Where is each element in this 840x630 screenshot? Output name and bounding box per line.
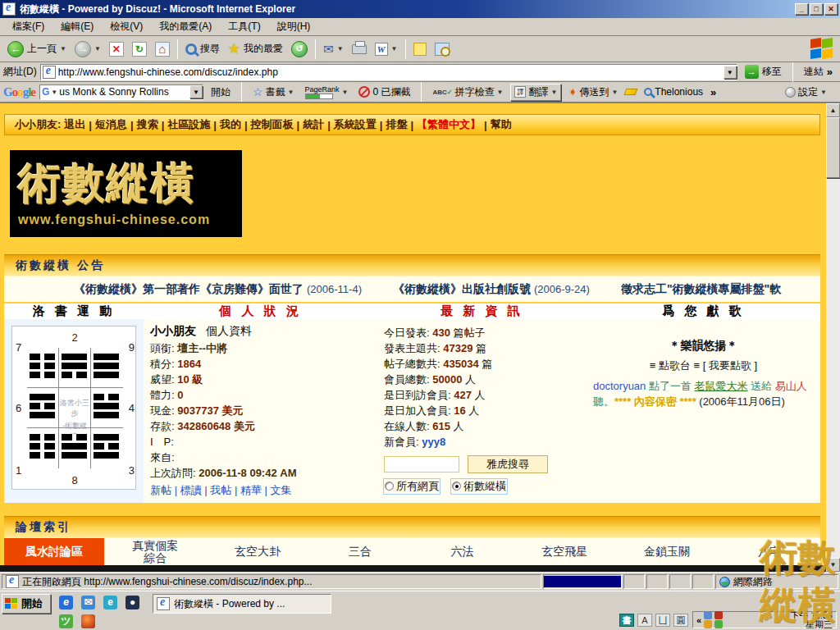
quick-launch-globe-icon[interactable]: ●: [126, 596, 139, 609]
favorites-button[interactable]: ★ 我的最愛: [224, 39, 287, 59]
scroll-down-icon[interactable]: ▼: [826, 558, 840, 572]
nav-help[interactable]: 幫助: [491, 117, 512, 132]
announcement-item[interactable]: 《術數縱橫》出版社創版號(2006-9-24): [393, 282, 590, 297]
highlighter-icon[interactable]: [624, 89, 638, 95]
tray-app-icon-blue[interactable]: [704, 611, 712, 619]
pagerank-indicator[interactable]: PageRank ▼: [302, 84, 352, 100]
radio-this-site[interactable]: 術數縱橫: [451, 479, 507, 494]
mail-button[interactable]: ✉ ▼: [319, 40, 348, 58]
yahoo-search-button[interactable]: 雅虎搜尋: [468, 455, 548, 473]
address-dropdown-icon[interactable]: ▼: [724, 66, 737, 79]
tab-liufa[interactable]: 六法: [411, 538, 514, 565]
nav-mine[interactable]: 我的: [220, 117, 241, 132]
tab-jinsuo-yuguan[interactable]: 金鎖玉關: [616, 538, 719, 565]
google-settings-button[interactable]: 設定 ▼: [782, 84, 830, 100]
dedicator-name[interactable]: doctoryuan: [593, 380, 646, 392]
link-collection[interactable]: 文集: [271, 484, 292, 496]
tab-bazhai[interactable]: 八宅: [718, 538, 820, 565]
taskbar-window-button[interactable]: 術數縱橫 - Powered by ...: [153, 594, 331, 614]
link-my-posts[interactable]: 我帖: [210, 484, 231, 496]
menu-help[interactable]: 說明(H): [270, 18, 318, 35]
tray-messenger-icon[interactable]: [714, 620, 723, 628]
quick-launch-messenger-icon[interactable]: ツ: [59, 614, 73, 628]
scrollbar-thumb[interactable]: [826, 117, 840, 178]
forward-button[interactable]: → ▼: [71, 39, 105, 59]
back-button[interactable]: ← 上一頁 ▼: [3, 39, 71, 59]
google-query-text[interactable]: us Monk & Sonny Rollins: [59, 86, 188, 98]
vertical-scrollbar[interactable]: ▲ ▼: [826, 103, 840, 572]
edit-with-word-button[interactable]: W ▼: [371, 41, 402, 57]
menu-tools[interactable]: 工具(T): [221, 18, 267, 35]
translate-button[interactable]: 譯 翻譯 ▼: [510, 84, 561, 101]
googlebar-overflow-chevron[interactable]: »: [710, 86, 716, 98]
menu-edit[interactable]: 編輯(E): [53, 18, 101, 35]
nav-search[interactable]: 搜索: [137, 117, 158, 132]
ime-language-icon[interactable]: 書: [619, 614, 634, 627]
tab-xuankong-dagua[interactable]: 玄空大卦: [207, 538, 309, 565]
tray-app-icon-red[interactable]: [714, 611, 723, 619]
back-dropdown-icon[interactable]: ▼: [60, 45, 66, 52]
notes-button[interactable]: [409, 41, 431, 57]
popup-blocked-button[interactable]: 0 已攔截: [355, 84, 413, 100]
google-search-input[interactable]: G ▼ us Monk & Sonny Rollins ▼: [39, 84, 203, 100]
announcement-item[interactable]: 徵求志工"術數縱橫專屬排盤"軟: [621, 282, 781, 297]
tab-sanhe[interactable]: 三合: [308, 538, 411, 565]
ime-keyboard-icon[interactable]: A: [637, 614, 652, 627]
research-button[interactable]: [431, 41, 454, 57]
tab-fengshui-forum[interactable]: 風水討論區: [4, 538, 104, 565]
menu-favorites[interactable]: 我的最愛(A): [152, 18, 219, 35]
nav-stats[interactable]: 統計: [303, 117, 324, 132]
nav-language-traditional[interactable]: 【繁體中文】: [417, 117, 481, 132]
announcement-item[interactable]: 《術數縱橫》第一部著作《京房難傳》面世了(2006-11-4): [74, 282, 362, 297]
refresh-button[interactable]: ↻: [128, 40, 151, 58]
start-button[interactable]: 開始: [2, 594, 51, 614]
profile-link[interactable]: 個人資料: [206, 324, 252, 337]
nav-community[interactable]: 社區設施: [167, 117, 210, 132]
radio-all-web[interactable]: 所有網頁: [384, 479, 440, 494]
nav-paipan[interactable]: 排盤: [386, 117, 407, 132]
ime-shape-icon[interactable]: 凵: [655, 614, 670, 627]
tab-xuankong-feixing[interactable]: 玄空飛星: [514, 538, 616, 565]
links-button[interactable]: 連結 »: [800, 63, 837, 80]
menu-view[interactable]: 檢視(V): [103, 18, 150, 35]
link-new-posts[interactable]: 新帖: [150, 484, 171, 496]
minimize-button[interactable]: _: [795, 3, 808, 15]
quick-launch-mail-icon[interactable]: ✉: [81, 596, 95, 609]
maximize-button[interactable]: □: [810, 3, 823, 15]
tab-real-cases[interactable]: 真實個案綜合: [104, 538, 207, 565]
quick-launch-ie-icon[interactable]: e: [59, 596, 73, 609]
send-to-button[interactable]: ➧ 傳送到 ▼: [565, 84, 621, 100]
quick-launch-browser-icon[interactable]: e: [103, 596, 117, 609]
translate-dropdown-icon[interactable]: ▼: [550, 89, 557, 96]
google-search-mode-dropdown[interactable]: ▼: [51, 89, 57, 96]
mail-dropdown-icon[interactable]: ▼: [337, 45, 344, 52]
print-button[interactable]: [348, 43, 371, 56]
google-start-button[interactable]: 開始: [208, 84, 234, 100]
song-request-link[interactable]: ≡ 點歌台 ≡ [ 我要點歌 ]: [593, 358, 814, 373]
forward-dropdown-icon[interactable]: ▼: [94, 45, 101, 52]
yahoo-search-input[interactable]: [384, 456, 459, 472]
ime-punct-icon[interactable]: 圓: [673, 614, 688, 627]
history-button[interactable]: ↺: [287, 39, 312, 59]
close-button[interactable]: ✕: [824, 3, 838, 15]
google-bookmarks-button[interactable]: ☆ 書籤 ▼: [249, 84, 297, 100]
nav-messages[interactable]: 短消息: [95, 117, 127, 132]
address-url[interactable]: http://www.fengshui-chinese.com/discuz/i…: [58, 66, 721, 78]
tray-app-icon-yellow[interactable]: [704, 620, 712, 628]
go-button[interactable]: → 移至: [741, 63, 786, 80]
link-mark-read[interactable]: 標讀: [180, 484, 202, 496]
new-member-link[interactable]: yyy8: [422, 436, 445, 448]
taskbar-clock[interactable]: 下午 11:56 星期三: [790, 610, 833, 629]
spellcheck-button[interactable]: ABC✓ 拼字檢查 ▼: [429, 84, 506, 100]
nav-control-panel[interactable]: 控制面板: [251, 117, 294, 132]
site-logo[interactable]: 術數縱橫 www.fengshui-chinese.com: [10, 150, 242, 237]
nav-system-settings[interactable]: 系統設置: [334, 117, 377, 132]
home-button[interactable]: ⌂: [151, 40, 174, 58]
stop-button[interactable]: ✕: [105, 40, 128, 58]
scroll-up-icon[interactable]: ▲: [826, 103, 840, 117]
search-term-button[interactable]: Thelonious: [641, 85, 706, 98]
google-history-dropdown-icon[interactable]: ▼: [189, 85, 203, 98]
address-input[interactable]: http://www.fengshui-chinese.com/discuz/i…: [40, 64, 737, 80]
word-dropdown-icon[interactable]: ▼: [391, 45, 398, 52]
nav-logout[interactable]: 退出: [64, 117, 85, 132]
